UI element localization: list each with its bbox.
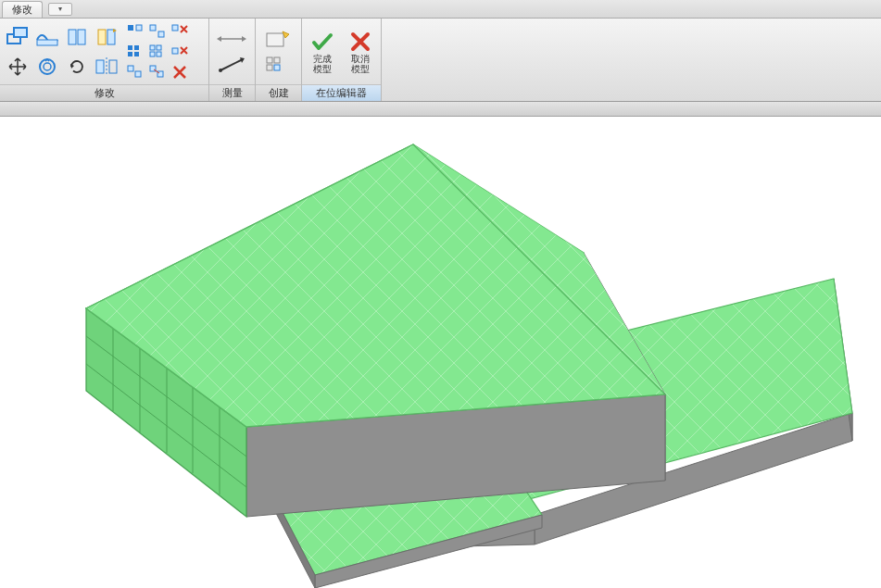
offset-icon[interactable] [33, 53, 61, 81]
svg-rect-28 [128, 66, 133, 71]
unpin-icon[interactable] [147, 63, 168, 81]
svg-rect-26 [157, 52, 161, 56]
tab-strip: 修改 ▾ [0, 0, 881, 19]
svg-marker-34 [217, 36, 221, 42]
panel-label-inplace: 在位编辑器 [302, 84, 381, 101]
svg-rect-25 [150, 52, 155, 56]
array-icon[interactable] [125, 43, 145, 61]
svg-rect-15 [136, 25, 142, 31]
options-bar [0, 102, 881, 117]
panel-measure: 测量 [209, 19, 256, 101]
cancel-label: 取消模型 [351, 54, 370, 74]
svg-rect-29 [135, 71, 141, 77]
svg-rect-14 [128, 25, 133, 31]
panel-label-modify: 修改 [0, 84, 208, 101]
svg-rect-16 [150, 25, 156, 31]
panel-modify: 修改 [0, 19, 209, 101]
svg-rect-4 [78, 30, 85, 44]
panel-inplace-body: 完成模型 取消模型 [302, 19, 381, 84]
create-form-icon[interactable] [259, 27, 296, 51]
mirror-icon[interactable] [93, 53, 120, 81]
svg-rect-1 [14, 28, 27, 37]
ungroup-icon[interactable] [170, 43, 190, 61]
svg-rect-19 [128, 45, 132, 50]
measure-icon[interactable] [213, 53, 250, 77]
pin-icon[interactable] [125, 63, 145, 81]
svg-rect-5 [98, 30, 106, 44]
model-scene [0, 117, 881, 588]
remove-icon[interactable] [170, 63, 190, 81]
finish-label: 完成模型 [313, 54, 332, 74]
panel-create: 创建 [256, 19, 302, 101]
panel-create-body [256, 19, 301, 84]
svg-point-8 [40, 59, 55, 74]
panel-inplace-editor: 完成模型 取消模型 在位编辑器 [302, 19, 382, 101]
svg-line-36 [220, 59, 243, 70]
svg-rect-41 [267, 57, 272, 63]
tab-modify[interactable]: 修改 [2, 1, 43, 18]
panel-label-create: 创建 [256, 84, 301, 101]
split-face-icon[interactable] [93, 23, 120, 51]
svg-rect-22 [134, 52, 139, 56]
svg-rect-3 [69, 30, 76, 44]
svg-rect-17 [158, 31, 164, 37]
panel-label-measure: 测量 [209, 84, 255, 101]
svg-rect-24 [157, 45, 161, 50]
svg-rect-20 [134, 45, 139, 50]
tab-label: 修改 [12, 3, 32, 17]
svg-rect-44 [274, 65, 280, 70]
svg-rect-43 [267, 65, 272, 70]
panel-modify-body [0, 19, 208, 84]
svg-rect-42 [274, 57, 280, 63]
finish-model-button[interactable]: 完成模型 [306, 25, 340, 79]
svg-marker-35 [242, 36, 246, 42]
align-icon[interactable] [125, 22, 145, 41]
ribbon: 修改 测量 创建 完成模型 [0, 19, 881, 102]
svg-rect-2 [37, 40, 57, 45]
move-icon[interactable] [4, 53, 31, 81]
svg-rect-39 [267, 33, 283, 46]
chevron-down-icon: ▾ [58, 5, 62, 13]
svg-rect-21 [128, 52, 132, 56]
check-icon [311, 31, 334, 52]
svg-point-9 [44, 63, 51, 70]
delete-icon[interactable] [170, 22, 190, 41]
panel-measure-body [209, 19, 255, 84]
dimension-icon[interactable] [213, 27, 250, 51]
create-grid-icon[interactable] [259, 53, 296, 77]
join-geometry-icon[interactable] [33, 23, 61, 51]
trim-icon[interactable] [147, 22, 168, 41]
svg-rect-23 [150, 45, 155, 50]
svg-point-38 [219, 69, 222, 72]
cut-geometry-icon[interactable] [4, 23, 31, 51]
split-element-icon[interactable] [63, 23, 91, 51]
x-icon [350, 31, 371, 52]
svg-rect-13 [109, 60, 117, 73]
svg-rect-18 [172, 25, 178, 31]
ribbon-minimize-button[interactable]: ▾ [48, 3, 72, 16]
viewport-3d[interactable] [0, 117, 881, 588]
cancel-model-button[interactable]: 取消模型 [344, 25, 378, 79]
svg-rect-27 [172, 48, 178, 54]
rotate-icon[interactable] [63, 53, 91, 81]
array-linear-icon[interactable] [147, 43, 168, 61]
svg-rect-11 [96, 60, 104, 73]
